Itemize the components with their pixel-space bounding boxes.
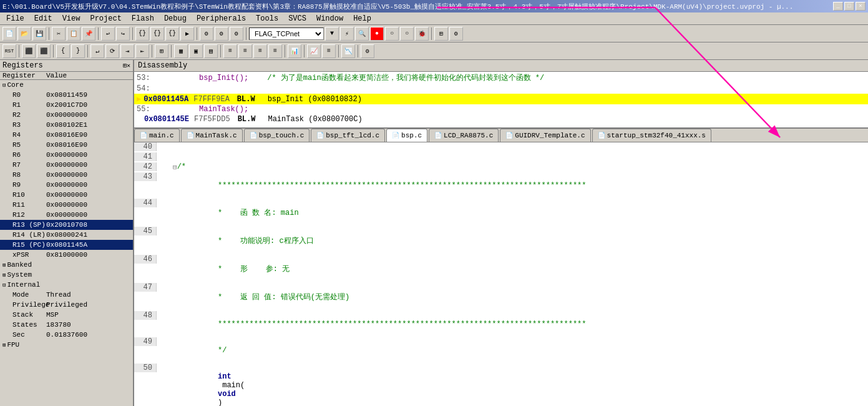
t4[interactable]: } bbox=[71, 44, 85, 58]
paste-btn[interactable]: 📌 bbox=[82, 27, 95, 41]
target-combo[interactable]: FLAG_TCPnet bbox=[249, 27, 324, 40]
menu-debug[interactable]: Debug bbox=[159, 12, 192, 24]
b6[interactable]: ⚙ bbox=[215, 27, 228, 41]
tab-bsp-c[interactable]: 📄 bsp.c bbox=[386, 129, 427, 142]
reg-section-banked[interactable]: ⊞ Banked bbox=[0, 260, 133, 270]
reg-row-xpsr[interactable]: xPSR 0x81000000 bbox=[0, 250, 133, 260]
menu-tools[interactable]: Tools bbox=[251, 12, 283, 24]
t13[interactable]: ≡ bbox=[223, 44, 237, 58]
menu-peripherals[interactable]: Peripherals bbox=[192, 12, 251, 24]
cut-btn[interactable]: ✂ bbox=[52, 27, 66, 41]
reg-row-r5[interactable]: R5 0x08016E90 bbox=[0, 140, 133, 150]
reg-section-core[interactable]: ⊟ Core bbox=[0, 80, 133, 90]
b9[interactable]: 🔍 bbox=[355, 27, 369, 41]
t6[interactable]: ⟳ bbox=[105, 44, 119, 58]
save-btn[interactable]: 💾 bbox=[32, 27, 46, 41]
reg-row-r9[interactable]: R9 0x00000000 bbox=[0, 180, 133, 190]
t14[interactable]: ≡ bbox=[238, 44, 252, 58]
undo-btn[interactable]: ↩ bbox=[101, 27, 115, 41]
menu-svcs[interactable]: SVCS bbox=[283, 12, 311, 24]
reg-section-internal[interactable]: ⊟ Internal bbox=[0, 280, 133, 290]
tab-main-c[interactable]: 📄 main.c bbox=[134, 129, 180, 142]
t5[interactable]: ↵ bbox=[90, 44, 104, 58]
tab-bsp-touch-c[interactable]: 📄 bsp_touch.c bbox=[244, 129, 310, 142]
reg-row-r12[interactable]: R12 0x00000000 bbox=[0, 210, 133, 220]
reg-row-r13[interactable]: R13 (SP) 0x20010708 bbox=[0, 220, 133, 230]
code-editor[interactable]: 40 41 42 ⊟ /* 43 ****** bbox=[134, 142, 868, 406]
combo-arrow[interactable]: ▼ bbox=[325, 27, 339, 41]
reg-section-system[interactable]: ⊞ System bbox=[0, 270, 133, 280]
reg-row-r0[interactable]: R0 0x08011459 bbox=[0, 90, 133, 100]
t18[interactable]: 📈 bbox=[307, 44, 321, 58]
t15[interactable]: ≡ bbox=[253, 44, 267, 58]
menu-window[interactable]: Window bbox=[311, 12, 348, 24]
t19[interactable]: ≡ bbox=[322, 44, 336, 58]
t9[interactable]: ⊞ bbox=[155, 44, 168, 58]
t20[interactable]: 📉 bbox=[341, 44, 355, 58]
reg-row-r7[interactable]: R7 0x00000000 bbox=[0, 160, 133, 170]
t7[interactable]: ⇥ bbox=[120, 44, 134, 58]
t2[interactable]: ⬛ bbox=[37, 44, 51, 58]
internal-expand-icon[interactable]: ⊟ bbox=[2, 282, 6, 289]
close-button[interactable]: × bbox=[856, 2, 866, 11]
reg-row-r4[interactable]: R4 0x08016E90 bbox=[0, 130, 133, 140]
reg-row-r3[interactable]: R3 0x080102E1 bbox=[0, 120, 133, 130]
copy-btn[interactable]: 📋 bbox=[67, 27, 80, 41]
new-btn[interactable]: 📄 bbox=[2, 27, 16, 41]
rst-btn[interactable]: RST bbox=[2, 44, 16, 58]
b10[interactable]: ○ bbox=[400, 27, 414, 41]
reg-states[interactable]: States 183780 bbox=[0, 320, 133, 330]
tab-bsp-tft-lcd-c[interactable]: 📄 bsp_tft_lcd.c bbox=[311, 129, 385, 142]
open-btn[interactable]: 📂 bbox=[17, 27, 31, 41]
menu-project[interactable]: Project bbox=[85, 12, 126, 24]
reg-row-r15[interactable]: R15 (PC) 0x0801145A bbox=[0, 240, 133, 250]
maximize-button[interactable]: □ bbox=[844, 2, 854, 11]
reg-mode[interactable]: Mode Thread bbox=[0, 290, 133, 300]
t12[interactable]: ▤ bbox=[204, 44, 218, 58]
b5[interactable]: ⚙ bbox=[200, 27, 213, 41]
system-expand-icon[interactable]: ⊞ bbox=[2, 272, 6, 279]
banked-expand-icon[interactable]: ⊞ bbox=[2, 262, 6, 269]
menu-help[interactable]: Help bbox=[348, 12, 376, 24]
menu-view[interactable]: View bbox=[57, 12, 85, 24]
reg-section-fpu[interactable]: ⊞ FPU bbox=[0, 340, 133, 350]
b13[interactable]: ⚙ bbox=[449, 27, 463, 41]
t21[interactable]: ⚙ bbox=[361, 44, 374, 58]
reg-row-r8[interactable]: R8 0x00000000 bbox=[0, 170, 133, 180]
tab-guidrv-c[interactable]: 📄 GUIDRV_Template.c bbox=[500, 129, 590, 142]
b7[interactable]: ⚙ bbox=[230, 27, 243, 41]
t1[interactable]: ⬛ bbox=[22, 44, 36, 58]
t8[interactable]: ⇤ bbox=[135, 44, 149, 58]
tab-startup-s[interactable]: 📄 startup_stm32f40_41xxx.s bbox=[592, 129, 711, 142]
minimize-button[interactable]: _ bbox=[833, 2, 843, 11]
reg-row-r1[interactable]: R1 0x2001C7D0 bbox=[0, 100, 133, 110]
menu-flash[interactable]: Flash bbox=[127, 12, 159, 24]
reg-row-r14[interactable]: R14 (LR) 0x08000241 bbox=[0, 230, 133, 240]
t10[interactable]: ▦ bbox=[174, 44, 188, 58]
t17[interactable]: 📊 bbox=[288, 44, 301, 58]
menu-edit[interactable]: Edit bbox=[29, 12, 57, 24]
reg-row-r6[interactable]: R6 0x00000000 bbox=[0, 150, 133, 160]
b4[interactable]: ▶ bbox=[180, 27, 194, 41]
reg-privilege[interactable]: Privilege Privileged bbox=[0, 300, 133, 310]
t3[interactable]: { bbox=[56, 44, 70, 58]
tab-maintask-c[interactable]: 📄 MainTask.c bbox=[181, 129, 243, 142]
fpu-expand-icon[interactable]: ⊞ bbox=[2, 342, 6, 349]
reg-stack[interactable]: Stack MSP bbox=[0, 310, 133, 320]
b3[interactable]: {} bbox=[165, 27, 179, 41]
b12[interactable]: ⊞ bbox=[434, 27, 448, 41]
menu-file[interactable]: File bbox=[1, 12, 29, 24]
stop-btn[interactable]: ○ bbox=[385, 27, 399, 41]
b11[interactable]: 🐞 bbox=[415, 27, 429, 41]
reg-row-r2[interactable]: R2 0x00000000 bbox=[0, 110, 133, 120]
run-btn[interactable]: ● bbox=[370, 27, 384, 41]
reg-row-r11[interactable]: R11 0x00000000 bbox=[0, 200, 133, 210]
b8[interactable]: ⚡ bbox=[340, 27, 354, 41]
b1[interactable]: {} bbox=[135, 27, 149, 41]
fold-icon-42[interactable]: ⊟ bbox=[173, 163, 177, 171]
reg-row-r10[interactable]: R10 0x00000000 bbox=[0, 190, 133, 200]
t11[interactable]: ▣ bbox=[189, 44, 203, 58]
core-expand-icon[interactable]: ⊟ bbox=[2, 82, 6, 89]
b2[interactable]: {} bbox=[150, 27, 164, 41]
registers-controls[interactable]: ⊞✕ bbox=[123, 62, 130, 69]
